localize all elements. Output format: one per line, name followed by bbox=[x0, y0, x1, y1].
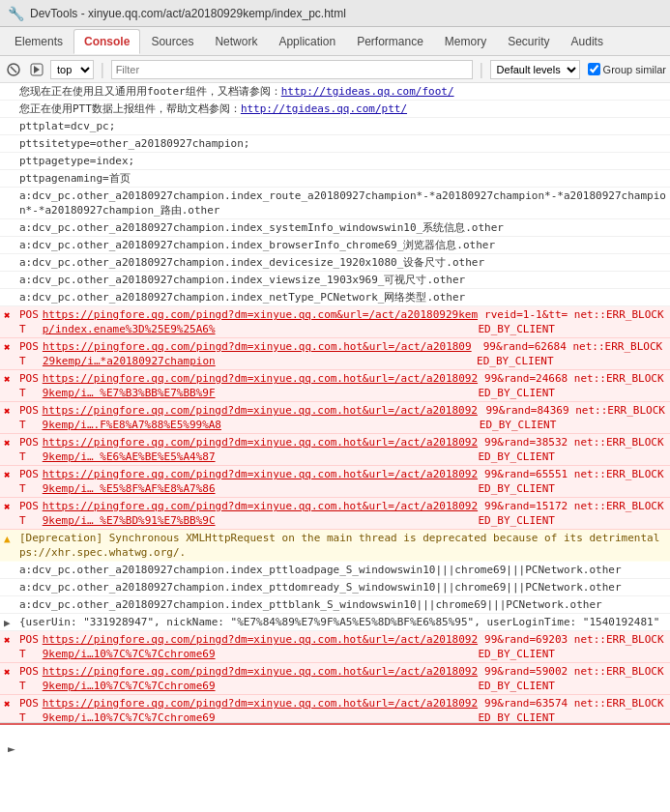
console-line: 您现在正在使用且又通用用footer组件，又档请参阅：http://tgidea… bbox=[0, 83, 670, 101]
clear-console-button[interactable] bbox=[4, 60, 23, 79]
nav-tabs: Elements Console Sources Network Applica… bbox=[0, 27, 670, 56]
console-line: ✖ POST https://pingfore.qq.com/pingd?dm=… bbox=[0, 498, 670, 530]
filter-input[interactable] bbox=[111, 60, 473, 79]
console-input[interactable] bbox=[21, 742, 662, 755]
error-icon: ✖ bbox=[4, 697, 11, 711]
error-icon: ✖ bbox=[4, 665, 11, 680]
execute-button[interactable] bbox=[27, 60, 46, 79]
console-line: a:dcv_pc.other_a20180927champion.index_p… bbox=[0, 596, 670, 614]
console-line: a:dcv_pc.other_a20180927champion.index_p… bbox=[0, 562, 670, 579]
console-line: pttpagetype=index; bbox=[0, 153, 670, 170]
error-link[interactable]: https://pingfore.qq.com/pingd?dm=xinyue.… bbox=[43, 307, 479, 336]
group-similar-label[interactable]: Group similar bbox=[588, 63, 666, 75]
svg-line-1 bbox=[11, 67, 16, 72]
console-line-expandable[interactable]: ▶ {userUin: "331928947", nickName: "%E7%… bbox=[0, 614, 670, 631]
prompt-symbol: ► bbox=[8, 741, 15, 756]
error-icon: ✖ bbox=[4, 404, 11, 419]
console-line: pttpagenaming=首页 bbox=[0, 170, 670, 188]
console-line: ✖ POST https://pingfore.qq.com/pingd?dm=… bbox=[0, 466, 670, 498]
console-line: a:dcv_pc.other_a20180927champion.index_v… bbox=[0, 272, 670, 289]
console-toolbar: top | | Default levels Verbose Info Warn… bbox=[0, 56, 670, 83]
tab-audits[interactable]: Audits bbox=[561, 29, 614, 54]
console-line: ✖ POST https://pingfore.qq.com/pingd?dm=… bbox=[0, 695, 670, 723]
error-link[interactable]: https://pingfore.qq.com/pingd?dm=xinyue.… bbox=[43, 371, 479, 400]
console-line: ✖ POST https://pingfore.qq.com/pingd?dm=… bbox=[0, 663, 670, 695]
console-line: a:dcv_pc.other_a20180927champion.index_s… bbox=[0, 219, 670, 237]
warn-icon: ▲ bbox=[4, 532, 11, 546]
console-line: ✖ POST https://pingfore.qq.com/pingd?dm=… bbox=[0, 370, 670, 402]
error-icon: ✖ bbox=[4, 308, 11, 323]
log-levels-selector[interactable]: Default levels Verbose Info Warnings Err… bbox=[490, 60, 580, 79]
console-line: ✖ POST https://pingfore.qq.com/pingd?dm=… bbox=[0, 402, 670, 434]
error-link[interactable]: https://pingfore.qq.com/pingd?dm=xinyue.… bbox=[43, 435, 479, 464]
console-line: ✖ POST https://pingfore.qq.com/pingd?dm=… bbox=[0, 434, 670, 466]
error-link[interactable]: https://pingfore.qq.com/pingd?dm=xinyue.… bbox=[43, 403, 480, 432]
tab-performance[interactable]: Performance bbox=[346, 29, 434, 54]
console-line: 您正在使用PTT数据上报组件，帮助文档参阅：http://tgideas.qq.… bbox=[0, 101, 670, 118]
console-line: ▲ [Deprecation] Synchronous XMLHttpReque… bbox=[0, 530, 670, 562]
console-line: ✖ POST https://pingfore.qq.com/pingd?dm=… bbox=[0, 338, 670, 370]
tab-console[interactable]: Console bbox=[73, 29, 140, 54]
console-line: a:dcv_pc.other_a20180927champion.index_d… bbox=[0, 254, 670, 272]
error-link[interactable]: https://pingfore.qq.com/pingd?dm=xinyue.… bbox=[43, 696, 479, 723]
console-line: ✖ POST https://pingfore.qq.com/pingd?dm=… bbox=[0, 306, 670, 338]
error-icon: ✖ bbox=[4, 500, 11, 514]
error-link[interactable]: https://pingfore.qq.com/pingd?dm=xinyue.… bbox=[43, 632, 479, 661]
error-link[interactable]: https://pingfore.qq.com/pingd?dm=xinyue.… bbox=[43, 339, 477, 368]
console-line: a:dcv_pc.other_a20180927champion.index_r… bbox=[0, 188, 670, 219]
tab-network[interactable]: Network bbox=[204, 29, 268, 54]
divider: | bbox=[98, 60, 107, 78]
tab-security[interactable]: Security bbox=[497, 29, 560, 54]
error-icon: ✖ bbox=[4, 468, 11, 482]
title-bar: 🔧 DevTools - xinyue.qq.com/act/a20180929… bbox=[0, 0, 670, 27]
tab-elements[interactable]: Elements bbox=[4, 29, 73, 54]
error-link[interactable]: https://pingfore.qq.com/pingd?dm=xinyue.… bbox=[43, 499, 479, 528]
ptt-link[interactable]: http://tgideas.qq.com/ptt/ bbox=[241, 102, 407, 115]
console-input-bar: ► bbox=[0, 723, 670, 771]
error-icon: ✖ bbox=[4, 340, 11, 355]
console-line: a:dcv_pc.other_a20180927champion.index_b… bbox=[0, 237, 670, 254]
tab-application[interactable]: Application bbox=[268, 29, 346, 54]
window-title: DevTools - xinyue.qq.com/act/a20180929ke… bbox=[30, 7, 346, 20]
expand-icon: ▶ bbox=[4, 616, 11, 630]
group-similar-checkbox[interactable] bbox=[588, 63, 600, 75]
console-line: pttplat=dcv_pc; bbox=[0, 118, 670, 135]
error-icon: ✖ bbox=[4, 436, 11, 450]
error-icon: ✖ bbox=[4, 372, 11, 387]
footer-link[interactable]: http://tgideas.qq.com/foot/ bbox=[281, 85, 454, 98]
tab-memory[interactable]: Memory bbox=[434, 29, 497, 54]
console-line: ✖ POST https://pingfore.qq.com/pingd?dm=… bbox=[0, 631, 670, 663]
context-selector[interactable]: top bbox=[50, 60, 94, 79]
error-icon: ✖ bbox=[4, 633, 11, 648]
favicon-icon: 🔧 bbox=[8, 6, 24, 21]
console-line: a:dcv_pc.other_a20180927champion.index_n… bbox=[0, 289, 670, 306]
divider2: | bbox=[477, 60, 486, 78]
error-link[interactable]: https://pingfore.qq.com/pingd?dm=xinyue.… bbox=[43, 467, 479, 496]
console-line: pttsitetype=other_a20180927champion; bbox=[0, 135, 670, 153]
tab-sources[interactable]: Sources bbox=[140, 29, 204, 54]
error-link[interactable]: https://pingfore.qq.com/pingd?dm=xinyue.… bbox=[43, 664, 479, 693]
console-line: a:dcv_pc.other_a20180927champion.index_p… bbox=[0, 579, 670, 596]
console-output: 您现在正在使用且又通用用footer组件，又档请参阅：http://tgidea… bbox=[0, 83, 670, 723]
